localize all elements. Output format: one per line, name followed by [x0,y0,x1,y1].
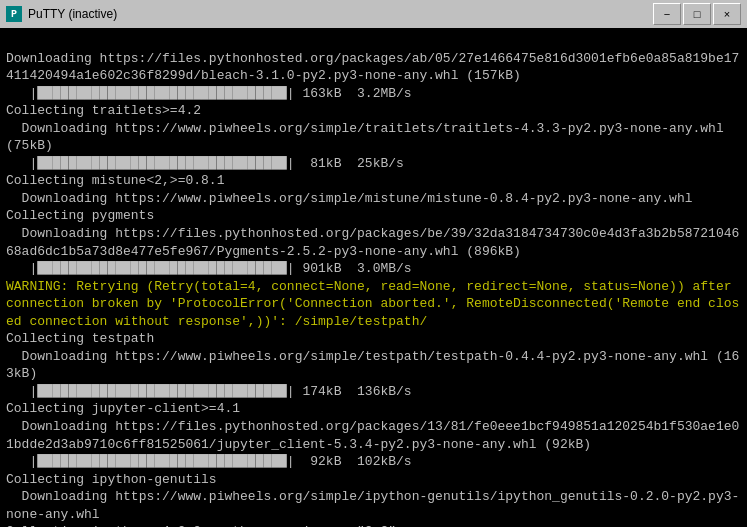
terminal-output: Downloading https://files.pythonhosted.o… [0,28,747,527]
terminal-line: WARNING: Retrying (Retry(total=4, connec… [6,278,741,331]
terminal-line: Downloading https://www.piwheels.org/sim… [6,120,741,155]
window-controls: − □ × [653,3,741,25]
terminal-line: Downloading https://files.pythonhosted.o… [6,225,741,260]
terminal-line: |████████████████████████████████| 174kB… [6,383,741,401]
terminal-line: Downloading https://files.pythonhosted.o… [6,418,741,453]
terminal-line: |████████████████████████████████| 901kB… [6,260,741,278]
close-button[interactable]: × [713,3,741,25]
terminal-line: Downloading https://www.piwheels.org/sim… [6,488,741,523]
terminal-line: Collecting ipython>=4.0.0; python_versio… [6,523,741,527]
terminal-line: Collecting ipython-genutils [6,471,741,489]
terminal-line: Collecting mistune<2,>=0.8.1 [6,172,741,190]
terminal-line: Downloading https://files.pythonhosted.o… [6,50,741,85]
titlebar: P PuTTY (inactive) − □ × [0,0,747,28]
terminal-line: Downloading https://www.piwheels.org/sim… [6,190,741,208]
terminal-line: |████████████████████████████████| 81kB … [6,155,741,173]
terminal-line: |████████████████████████████████| 163kB… [6,85,741,103]
maximize-button[interactable]: □ [683,3,711,25]
terminal-line: |████████████████████████████████| 92kB … [6,453,741,471]
terminal-line: Collecting traitlets>=4.2 [6,102,741,120]
window-title: PuTTY (inactive) [28,7,653,21]
terminal-line: Collecting testpath [6,330,741,348]
terminal-line: Downloading https://www.piwheels.org/sim… [6,348,741,383]
minimize-button[interactable]: − [653,3,681,25]
terminal-line: Collecting jupyter-client>=4.1 [6,400,741,418]
terminal-line: Collecting pygments [6,207,741,225]
app-icon: P [6,6,22,22]
